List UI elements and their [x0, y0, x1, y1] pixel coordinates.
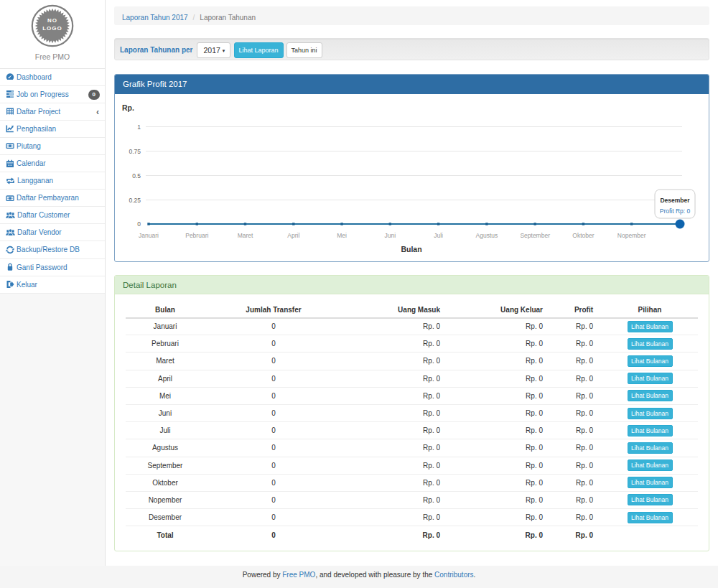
svg-text:NO: NO — [47, 17, 57, 24]
svg-text:0: 0 — [137, 220, 141, 228]
svg-text:0.25: 0.25 — [129, 196, 141, 203]
svg-text:0.75: 0.75 — [129, 147, 141, 154]
svg-text:Bulan: Bulan — [401, 245, 421, 253]
svg-text:April: April — [287, 231, 299, 238]
svg-text:Rp.: Rp. — [122, 103, 134, 111]
svg-text:Juni: Juni — [385, 231, 396, 238]
svg-text:September: September — [520, 231, 550, 238]
svg-text:Profit Rp: 0: Profit Rp: 0 — [660, 207, 691, 214]
svg-text:Oktober: Oktober — [572, 231, 594, 238]
svg-text:Desember: Desember — [660, 196, 690, 203]
svg-text:Agustus: Agustus — [476, 231, 498, 238]
svg-text:Maret: Maret — [238, 231, 253, 238]
svg-text:1: 1 — [137, 123, 141, 130]
svg-text:Januari: Januari — [139, 231, 159, 238]
svg-text:Nopember: Nopember — [617, 231, 646, 238]
svg-text:Juli: Juli — [434, 231, 443, 238]
svg-text:LOGO: LOGO — [42, 25, 62, 32]
svg-text:0.5: 0.5 — [132, 172, 141, 179]
svg-text:Mei: Mei — [337, 231, 347, 238]
svg-text:Pebruari: Pebruari — [185, 231, 208, 238]
